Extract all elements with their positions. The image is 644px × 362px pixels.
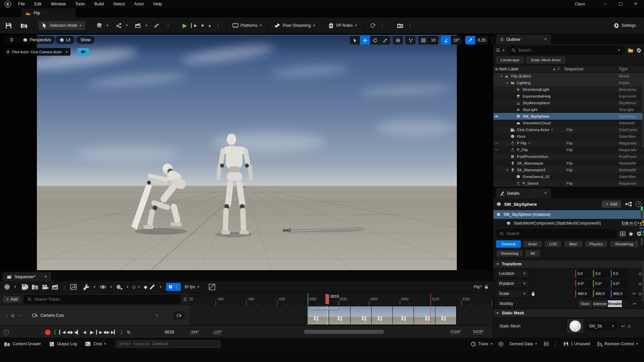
pilot-camera-toggle[interactable]	[77, 48, 89, 56]
editor-modes-button[interactable]	[152, 21, 164, 30]
timeline-ruler[interactable]: -120-090-060-030000000300060009001200150…	[190, 293, 493, 306]
viewport-options-button[interactable]: ☰	[5, 36, 19, 44]
new-folder-icon[interactable]	[628, 48, 634, 53]
outliner-close-icon[interactable]: ✕	[535, 37, 547, 42]
derived-data-dropdown[interactable]: Derived Data ▼	[509, 342, 538, 346]
media-capture-button[interactable]	[395, 21, 406, 30]
rotation-snap-value[interactable]: 10°	[451, 36, 462, 45]
loop-button[interactable]: ↻	[125, 328, 132, 336]
outliner-row-sk-mannequin2[interactable]: ▼SK_Mannequin2FlipSkeletalM	[493, 167, 644, 173]
mobility-option-movable[interactable]: Movable	[607, 300, 622, 307]
category-chip-streaming[interactable]: Streaming	[496, 250, 523, 257]
outliner-row-skyatmosphere[interactable]: SkyAtmosphereSkyAtmos	[493, 100, 644, 106]
unsaved-button[interactable]: 1 Unsaved	[564, 342, 590, 347]
browse-content-button[interactable]	[18, 21, 30, 30]
tab-outliner[interactable]: ☰ Outliner ✕	[496, 35, 551, 44]
location-dropdown[interactable]: Location▼	[496, 269, 529, 278]
camera-speed-value[interactable]: 0.25	[475, 36, 488, 45]
track-eye-icon[interactable]	[17, 314, 22, 317]
mobility-option-stationary[interactable]: Stationary	[593, 300, 607, 307]
camera-cuts-camera-button[interactable]	[173, 311, 185, 319]
add-track-button[interactable]: + Add	[3, 296, 21, 303]
sequence-breadcrumb[interactable]: Flip*	[474, 285, 488, 289]
play-forward-button[interactable]: ▶	[88, 328, 96, 336]
camera-speed-button[interactable]	[465, 36, 475, 45]
outliner-row-postprocessvolun[interactable]: PostProcessVolunPostProce	[493, 153, 644, 160]
outliner-row-lighting[interactable]: ▼LightingFolder	[493, 79, 644, 86]
staticmesh-reset-icon[interactable]: ↩	[622, 324, 625, 328]
scale-z-field[interactable]: 400.0	[611, 290, 628, 297]
eye-closed-icon[interactable]	[493, 141, 499, 145]
range-end-field[interactable]: -115*	[213, 330, 222, 335]
staticmesh-asset-dropdown[interactable]: SM_Sk ▼	[587, 322, 617, 330]
step-back-button[interactable]: ◀▎	[73, 328, 81, 336]
world-options-icon[interactable]	[4, 284, 10, 290]
keyframe-diamond-icon[interactable]: ◇	[639, 271, 642, 276]
expander-arrow[interactable]: ▼	[506, 81, 510, 84]
snap-magnet-toggle[interactable]: ⋮	[166, 283, 181, 291]
rotation-x-field[interactable]: 0.0°	[575, 280, 592, 287]
blueprints-button[interactable]: ▼	[114, 21, 130, 30]
curve-editor-icon[interactable]	[209, 284, 215, 290]
staticmesh-keyframe-icon[interactable]: ◇	[628, 324, 631, 328]
mobility-reset-icon[interactable]: ↩	[633, 301, 636, 306]
outliner-row-skylight[interactable]: SkyLightSkyLight	[493, 106, 644, 113]
details-close-icon[interactable]: ✕	[535, 191, 547, 195]
add-component-button[interactable]: + Add	[601, 200, 622, 208]
staticmesh-thumbnail[interactable]	[567, 318, 584, 334]
sync-button[interactable]	[368, 21, 378, 30]
scale-x-field[interactable]: 400.0	[575, 290, 592, 297]
working-range-start[interactable]: 0184*	[450, 329, 461, 335]
category-chip-misc[interactable]: Misc	[564, 240, 583, 248]
keyframe-diamond-icon[interactable]: ◇	[639, 281, 642, 286]
vp-roles-dropdown[interactable]: VP Roles ▼	[326, 21, 360, 30]
scale-lock-icon[interactable]	[529, 292, 538, 296]
rotate-tool-button[interactable]	[370, 36, 380, 45]
outliner-column-header[interactable]: Item Label ▲ ⚡ Sequencer Type	[493, 65, 644, 73]
previous-key-button[interactable]: ◀◆	[66, 328, 73, 336]
rotation-snap-button[interactable]	[441, 36, 451, 45]
details-search-input[interactable]: Search	[496, 229, 616, 238]
revision-control-dropdown[interactable]: Revision Control ▼	[597, 342, 639, 347]
menu-item-build[interactable]: Build	[90, 0, 108, 8]
category-chip-physics[interactable]: Physics	[585, 240, 607, 248]
outliner-row-greatsword-02[interactable]: GreatSword_02StaticMes	[493, 173, 644, 180]
record-button[interactable]	[44, 328, 51, 336]
rotation-z-field[interactable]: 0.0°	[611, 280, 628, 287]
sequencer-overflow-dots[interactable]: ⋮	[60, 285, 68, 290]
eye-closed-icon[interactable]	[493, 148, 499, 152]
menu-item-actor[interactable]: Actor	[129, 0, 149, 8]
staticmesh-section-header[interactable]: ▼ Static Mesh	[493, 309, 644, 317]
keyframe-diamond-icon[interactable]: ◇	[132, 284, 136, 290]
location-y-field[interactable]: 0.0	[593, 270, 610, 277]
pixel-streaming-dropdown[interactable]: Pixel Streaming ▼	[273, 21, 318, 30]
column-type[interactable]: Type	[616, 67, 644, 71]
tab-details[interactable]: Details ✕	[496, 188, 551, 198]
camera-cuts-add-icon[interactable]: +	[156, 313, 158, 318]
column-sequencer[interactable]: Sequencer	[562, 67, 616, 71]
viewport-show-button[interactable]: Show	[76, 36, 95, 44]
platforms-dropdown[interactable]: Platforms ▼	[230, 21, 264, 30]
eject-button[interactable]: ▲	[206, 22, 214, 29]
jump-to-start-button[interactable]: ▎◀	[59, 328, 66, 336]
mobility-option-static[interactable]: Static	[578, 300, 593, 307]
details-scrollbar[interactable]	[642, 261, 644, 302]
view-options-eye-icon[interactable]	[100, 284, 106, 290]
track-filter-icon[interactable]: ☰	[183, 297, 187, 302]
play-button[interactable]: ▶	[180, 21, 189, 31]
expander-arrow[interactable]: ▼	[506, 169, 510, 172]
menu-item-edit[interactable]: Edit	[30, 0, 46, 8]
sequencer-settings-wrench-icon[interactable]	[83, 284, 90, 290]
grid-snap-value[interactable]: 10	[428, 36, 438, 45]
move-tool-button[interactable]	[360, 36, 370, 45]
save-button[interactable]	[3, 21, 14, 30]
rotation-dropdown[interactable]: Rotation▼	[496, 280, 529, 288]
location-x-field[interactable]: 0.0	[575, 270, 592, 277]
sync-options-dots[interactable]: ⋮	[378, 23, 386, 28]
save-sequence-icon[interactable]	[21, 284, 28, 290]
settings-button[interactable]: Settings	[611, 21, 638, 30]
select-tool-button[interactable]	[350, 36, 360, 45]
outliner-row-sm-skysphere[interactable]: SM_SkySphereStaticMes	[493, 113, 644, 120]
insights-icon[interactable]	[498, 342, 503, 347]
selection-mode-dropdown[interactable]: Selection Mode ▼	[38, 20, 86, 31]
